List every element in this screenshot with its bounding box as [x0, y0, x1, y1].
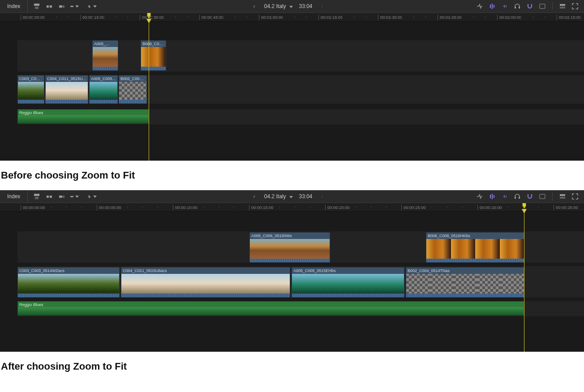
clip-audio-waveform [121, 294, 290, 297]
svg-rect-18 [50, 196, 52, 198]
audio-clip[interactable]: Reggio Blues [17, 109, 149, 124]
video-clip[interactable]: B002_C004_0514TNas [406, 267, 524, 298]
svg-rect-13 [560, 4, 565, 6]
audio-skimming-icon[interactable] [488, 192, 497, 201]
clip-audio-waveform [141, 67, 166, 70]
project-title-dropdown[interactable]: 04.2 Italy [264, 3, 293, 9]
solo-icon[interactable] [500, 2, 509, 11]
svg-rect-15 [34, 194, 39, 196]
insert-clip-icon[interactable] [45, 192, 54, 201]
clip-label: C003_C003_0514WZacs [18, 268, 119, 274]
video-scopes-icon[interactable] [538, 192, 547, 201]
audio-clip[interactable]: Reggio Blues [17, 301, 524, 315]
video-clip[interactable]: C003_C003_0514WZacs [17, 267, 120, 298]
svg-rect-5 [63, 5, 64, 8]
video-clip[interactable]: A005_C006_05150Ws [249, 232, 330, 263]
select-tool-icon[interactable] [88, 2, 97, 11]
index-button[interactable]: Index [0, 190, 28, 203]
index-button[interactable]: Index [0, 0, 28, 13]
svg-rect-9 [494, 5, 494, 8]
svg-rect-23 [492, 194, 493, 199]
playhead-marker[interactable] [522, 203, 527, 209]
connect-clip-icon[interactable] [32, 2, 41, 11]
insert-clip-icon[interactable] [45, 2, 54, 11]
overwrite-clip-icon[interactable] [70, 192, 79, 201]
snapping-icon[interactable] [525, 2, 534, 11]
headphones-icon[interactable] [513, 2, 522, 11]
overwrite-clip-icon[interactable] [70, 2, 79, 11]
svg-rect-8 [492, 4, 493, 9]
video-clip[interactable]: B006_C008_0516HKbs [426, 232, 524, 263]
video-clip[interactable]: A005_... [92, 40, 118, 71]
snapping-icon[interactable] [525, 192, 534, 201]
timeline-title-group: ‹ 04.2 Italy 33:04 › [251, 3, 326, 9]
clip-appearance-icon[interactable] [558, 192, 567, 201]
svg-rect-27 [540, 194, 545, 199]
video-scopes-icon[interactable] [538, 2, 547, 11]
svg-rect-22 [490, 195, 491, 198]
history-back-button[interactable]: ‹ [251, 3, 258, 9]
video-clip[interactable]: A005_C005_0515EHbs [292, 267, 404, 298]
clip-audio-waveform [426, 259, 524, 262]
select-tool-icon[interactable] [88, 192, 97, 201]
clip-label: C004_C011_0515U6acs [121, 268, 290, 274]
skimming-icon[interactable] [475, 192, 484, 201]
playhead[interactable] [149, 21, 149, 161]
clip-appearance-icon[interactable] [558, 2, 567, 11]
clip-label: C004_C011_0515U... [46, 76, 88, 82]
svg-rect-12 [540, 4, 545, 9]
video-clip[interactable]: C004_C011_0515U6acs [121, 267, 290, 298]
history-forward-button[interactable]: › [319, 193, 326, 200]
clip-label: B002_C004_... [119, 76, 146, 82]
svg-rect-20 [63, 196, 64, 198]
video-clip[interactable]: C003_C0... [17, 75, 44, 104]
append-clip-icon[interactable] [57, 2, 66, 11]
timeline-panel-before: Index ‹ 04.2 Italy 33:04 › [0, 0, 584, 161]
video-clip[interactable]: B006_C0... [141, 40, 166, 71]
solo-icon[interactable] [500, 192, 509, 201]
headphones-icon[interactable] [513, 192, 522, 201]
clip-audio-waveform [119, 100, 146, 103]
clip-label: A005_C005... [90, 76, 117, 82]
caption-after: After choosing Zoom to Fit [0, 352, 584, 381]
timeline-panel-after: Index ‹ 04.2 Italy 33:04 › [0, 190, 584, 352]
tool-group [83, 192, 101, 201]
clip-label: A005_C005_0515EHbs [292, 268, 404, 274]
video-clip[interactable]: B002_C004_... [119, 75, 147, 104]
clip-label: B002_C004_0514TNas [406, 268, 524, 274]
display-options-group [475, 2, 584, 11]
ruler-tick: 00:00:05:00 [97, 203, 121, 212]
svg-rect-4 [59, 5, 62, 8]
clip-audio-waveform [406, 294, 524, 297]
svg-rect-7 [490, 4, 491, 8]
svg-rect-16 [35, 197, 39, 199]
ruler-tick: 00:00:30:00 [477, 203, 502, 212]
skimming-icon[interactable] [475, 2, 484, 11]
clip-label: A005_C006_05150Ws [250, 233, 330, 239]
timeline-ruler-after[interactable]: 00:00:00:0000:00:05:0000:00:10:0000:00:1… [0, 203, 584, 212]
video-clip[interactable]: C004_C011_0515U... [45, 75, 88, 104]
history-forward-button[interactable]: › [319, 3, 326, 9]
connect-clip-icon[interactable] [32, 192, 41, 201]
tool-group [83, 2, 101, 11]
timeline-tracks-before[interactable]: A005_...B006_C0... C003_C0...C004_C011_0… [17, 21, 584, 161]
append-clip-icon[interactable] [57, 192, 66, 201]
svg-rect-0 [34, 4, 39, 6]
clip-label: Reggio Blues [18, 110, 148, 116]
timeline-tracks-after[interactable]: A005_C006_05150WsB006_C008_0516HKbs C003… [17, 212, 584, 352]
timeline-toolbar: Index ‹ 04.2 Italy 33:04 › [0, 0, 584, 13]
svg-rect-28 [560, 194, 565, 196]
timeline-ruler-before[interactable]: 00:00:00:0000:00:15:0000:00:30:0000:00:4… [0, 13, 584, 21]
fullscreen-icon[interactable] [571, 192, 580, 201]
video-clip[interactable]: A005_C005... [89, 75, 118, 104]
history-back-button[interactable]: ‹ [251, 193, 258, 200]
ruler-tick: 00:00:20:00 [325, 203, 350, 212]
project-title-dropdown[interactable]: 04.2 Italy [264, 193, 293, 200]
audio-waveform [18, 307, 524, 315]
svg-rect-21 [70, 196, 73, 197]
audio-skimming-icon[interactable] [488, 2, 497, 11]
fullscreen-icon[interactable] [571, 2, 580, 11]
playhead[interactable] [524, 212, 524, 352]
svg-rect-10 [515, 7, 516, 9]
clip-audio-waveform [46, 100, 88, 103]
